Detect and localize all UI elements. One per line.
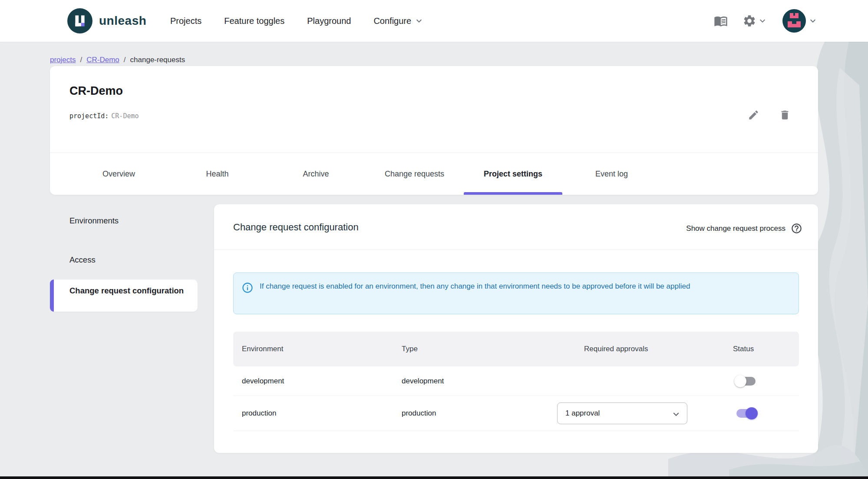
tab-change-requests[interactable]: Change requests: [365, 153, 464, 195]
column-header-status: Status: [733, 332, 754, 366]
breadcrumb-project-link[interactable]: CR-Demo: [86, 56, 119, 64]
change-request-configuration-panel: Change request configuration Show change…: [214, 204, 818, 453]
project-id-label: projectId:: [69, 112, 109, 120]
edit-project-button[interactable]: [744, 105, 763, 124]
project-actions: [744, 105, 794, 124]
bottom-edge-bar: [0, 476, 868, 479]
sidebar-item-label: Change request configuration: [69, 285, 187, 296]
trash-icon: [779, 109, 791, 121]
chevron-down-icon: [414, 16, 424, 26]
breadcrumb: projects / CR-Demo / change-requests: [50, 56, 185, 64]
tab-overview[interactable]: Overview: [69, 153, 168, 195]
sidebar-item-change-request-configuration[interactable]: Change request configuration: [50, 279, 198, 312]
brand-name[interactable]: unleash: [99, 0, 146, 42]
chevron-down-icon: [670, 409, 682, 420]
column-header-required-approvals: Required approvals: [584, 332, 648, 366]
topnav-right-controls: [714, 0, 818, 42]
user-menu-button[interactable]: [782, 9, 818, 33]
column-header-environment: Environment: [242, 332, 283, 366]
top-navigation-bar: unleash Projects Feature toggles Playgro…: [0, 0, 868, 42]
environment-cell: production: [242, 396, 276, 431]
chevron-down-icon: [808, 16, 818, 26]
nav-item-feature-toggles[interactable]: Feature toggles: [224, 16, 284, 26]
info-alert: If change request is enabled for an envi…: [233, 273, 799, 314]
breadcrumb-separator: /: [124, 56, 126, 64]
panel-title: Change request configuration: [233, 222, 359, 233]
toggle-thumb: [734, 375, 746, 387]
environments-table: Environment Type Required approvals Stat…: [233, 332, 799, 431]
sidebar-item-environments[interactable]: Environments: [50, 210, 198, 232]
change-request-toggle-production[interactable]: [733, 406, 759, 421]
project-id-value: CR-Demo: [111, 112, 139, 120]
nav-item-playground[interactable]: Playground: [307, 16, 351, 26]
type-cell: development: [402, 366, 444, 396]
pencil-icon: [748, 109, 759, 121]
project-id: projectId:CR-Demo: [69, 112, 139, 120]
delete-project-button[interactable]: [775, 105, 794, 124]
breadcrumb-separator: /: [80, 56, 83, 64]
tab-event-log[interactable]: Event log: [562, 153, 661, 195]
settings-gear-button[interactable]: [743, 14, 768, 28]
column-header-type: Type: [402, 332, 418, 366]
breadcrumb-current: change-requests: [130, 56, 185, 64]
breadcrumb-projects-link[interactable]: projects: [50, 56, 76, 64]
sidebar-item-access[interactable]: Access: [50, 249, 198, 271]
table-header-row: Environment Type Required approvals Stat…: [233, 332, 799, 366]
chevron-down-icon: [757, 16, 768, 26]
active-tab-indicator: [464, 192, 562, 195]
divider: [233, 431, 799, 431]
page-title: CR-Demo: [69, 84, 123, 98]
documentation-book-icon[interactable]: [714, 14, 728, 28]
primary-nav: Projects Feature toggles Playground Conf…: [170, 0, 424, 42]
avatar: [782, 9, 806, 33]
toggle-thumb: [746, 407, 758, 419]
divider: [214, 249, 818, 250]
nav-item-projects[interactable]: Projects: [170, 16, 201, 26]
nav-item-configure[interactable]: Configure: [373, 16, 424, 26]
info-alert-text: If change request is enabled for an envi…: [260, 280, 690, 314]
tab-health[interactable]: Health: [168, 153, 267, 195]
type-cell: production: [402, 396, 436, 431]
project-header-card: CR-Demo projectId:CR-Demo Overview Healt…: [50, 66, 818, 195]
table-row-production: production production 1 approval: [233, 396, 799, 431]
gear-icon: [743, 14, 756, 28]
show-change-request-process-button[interactable]: Show change request process: [686, 223, 802, 234]
help-icon: [791, 223, 802, 234]
active-item-indicator: [50, 279, 54, 312]
info-icon: [241, 282, 254, 314]
change-request-toggle-development[interactable]: [733, 373, 759, 389]
table-row-development: development development: [233, 366, 799, 396]
project-tabs: Overview Health Archive Change requests …: [69, 153, 661, 195]
tab-archive[interactable]: Archive: [267, 153, 365, 195]
environment-cell: development: [242, 366, 284, 396]
tab-project-settings[interactable]: Project settings: [464, 153, 562, 195]
unleash-logo-icon[interactable]: [67, 8, 92, 33]
required-approvals-select[interactable]: 1 approval: [557, 402, 687, 424]
